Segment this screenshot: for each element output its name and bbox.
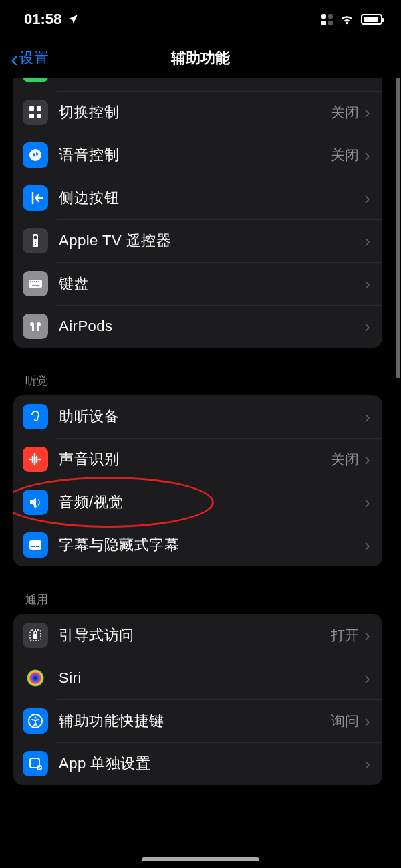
row-label: App 单独设置: [59, 754, 364, 774]
chevron-right-icon: ›: [364, 449, 370, 470]
scrollbar-thumb[interactable]: [396, 78, 400, 378]
row-value: 打开: [331, 626, 359, 645]
svg-rect-15: [32, 285, 39, 286]
per-app-icon: [23, 751, 48, 776]
signal-icon: [321, 14, 333, 25]
status-right: [321, 13, 382, 25]
chevron-right-icon: ›: [364, 668, 370, 689]
scrollbar[interactable]: [396, 78, 400, 861]
home-indicator[interactable]: [142, 857, 259, 861]
svg-rect-13: [36, 281, 37, 282]
section-header-hearing: 听觉: [0, 373, 396, 395]
row-label: 面容 ID 与注视: [59, 78, 364, 80]
row-label: 声音识别: [59, 449, 331, 469]
chevron-right-icon: ›: [364, 407, 370, 427]
row-label: 辅助功能快捷键: [59, 711, 331, 731]
svg-rect-10: [30, 281, 31, 282]
chevron-right-icon: ›: [364, 78, 370, 80]
keyboard-icon: [23, 271, 48, 296]
chevron-left-icon: ‹: [11, 47, 18, 70]
location-icon: [67, 13, 79, 25]
battery-icon: [361, 14, 382, 25]
row-label: Apple TV 遥控器: [59, 231, 364, 251]
captions-icon: [23, 532, 48, 558]
row-label: AirPods: [59, 318, 364, 335]
row-label: 助听设备: [59, 407, 364, 427]
svg-rect-21: [33, 634, 37, 639]
svg-rect-14: [38, 281, 39, 282]
svg-rect-11: [32, 281, 33, 282]
svg-rect-9: [29, 280, 42, 288]
svg-point-22: [27, 670, 44, 687]
svg-rect-19: [36, 546, 39, 547]
status-time: 01:58: [24, 11, 61, 28]
airpods-icon: [23, 314, 48, 339]
tv-remote-icon: [23, 228, 48, 253]
row-hearing-devices[interactable]: 助听设备 ›: [13, 395, 382, 438]
row-guided-access[interactable]: 引导式访问 打开 ›: [13, 614, 382, 657]
chevron-right-icon: ›: [364, 754, 370, 774]
page-title: 辅助功能: [171, 48, 230, 68]
row-keyboard[interactable]: 键盘 ›: [13, 262, 382, 305]
side-button-icon: [23, 185, 48, 211]
svg-point-24: [35, 717, 37, 719]
row-label: 字幕与隐藏式字幕: [59, 535, 364, 555]
row-siri[interactable]: Siri ›: [13, 657, 382, 699]
chevron-right-icon: ›: [364, 231, 370, 251]
status-bar: 01:58: [0, 0, 401, 39]
svg-point-8: [35, 244, 36, 245]
status-left: 01:58: [24, 11, 79, 28]
chevron-right-icon: ›: [364, 711, 370, 732]
row-subtitles-captions[interactable]: 字幕与隐藏式字幕 ›: [13, 524, 382, 566]
group-physical-motor: 面容 ID 与注视 › 切换控制 关闭 › 语音控制 关闭 › 侧边按钮 ›: [13, 78, 382, 348]
switch-control-icon: [23, 100, 48, 125]
svg-rect-1: [37, 106, 41, 111]
row-side-button[interactable]: 侧边按钮 ›: [13, 177, 382, 219]
chevron-right-icon: ›: [364, 145, 370, 166]
svg-rect-18: [31, 546, 35, 547]
guided-access-icon: [23, 623, 48, 648]
wifi-icon: [340, 13, 354, 25]
svg-rect-0: [29, 106, 34, 111]
row-per-app-settings[interactable]: App 单独设置 ›: [13, 742, 382, 785]
content-scroll[interactable]: 面容 ID 与注视 › 切换控制 关闭 › 语音控制 关闭 › 侧边按钮 ›: [0, 78, 396, 868]
row-label: 切换控制: [59, 102, 331, 122]
group-hearing: 助听设备 › 声音识别 关闭 › 音频/视觉 › 字幕与隐藏式字幕 ›: [13, 395, 382, 566]
row-label: Siri: [59, 669, 364, 687]
svg-point-16: [34, 505, 37, 508]
row-voice-control[interactable]: 语音控制 关闭 ›: [13, 134, 382, 177]
svg-point-6: [34, 236, 37, 239]
group-general: 引导式访问 打开 › Siri › 辅助功能快捷键 询问 › App 单独设置 …: [13, 614, 382, 785]
chevron-right-icon: ›: [364, 492, 370, 513]
nav-header: ‹ 设置 辅助功能: [0, 39, 401, 78]
row-label: 键盘: [59, 274, 364, 294]
chevron-right-icon: ›: [364, 316, 370, 337]
chevron-right-icon: ›: [364, 535, 370, 556]
row-label: 侧边按钮: [59, 188, 364, 208]
chevron-right-icon: ›: [364, 188, 370, 209]
back-button[interactable]: ‹ 设置: [11, 47, 49, 70]
row-value: 关闭: [331, 103, 359, 122]
chevron-right-icon: ›: [364, 102, 370, 123]
row-value: 询问: [331, 712, 359, 730]
face-id-icon: [23, 78, 48, 82]
row-face-id-attention[interactable]: 面容 ID 与注视 ›: [13, 78, 382, 91]
row-switch-control[interactable]: 切换控制 关闭 ›: [13, 91, 382, 134]
row-airpods[interactable]: AirPods ›: [13, 305, 382, 348]
chevron-right-icon: ›: [364, 625, 370, 646]
svg-rect-12: [34, 281, 35, 282]
row-apple-tv-remote[interactable]: Apple TV 遥控器 ›: [13, 219, 382, 262]
audio-visual-icon: [23, 490, 48, 515]
svg-rect-17: [29, 540, 41, 550]
row-value: 关闭: [331, 450, 359, 469]
row-value: 关闭: [331, 146, 359, 165]
voice-control-icon: [23, 142, 48, 168]
svg-rect-3: [37, 114, 41, 118]
ear-icon: [23, 404, 48, 429]
back-label: 设置: [19, 48, 49, 68]
row-label: 引导式访问: [59, 625, 331, 645]
row-audio-visual[interactable]: 音频/视觉 ›: [13, 481, 382, 524]
row-sound-recognition[interactable]: 声音识别 关闭 ›: [13, 438, 382, 481]
row-label: 音频/视觉: [59, 492, 364, 512]
row-accessibility-shortcut[interactable]: 辅助功能快捷键 询问 ›: [13, 699, 382, 742]
